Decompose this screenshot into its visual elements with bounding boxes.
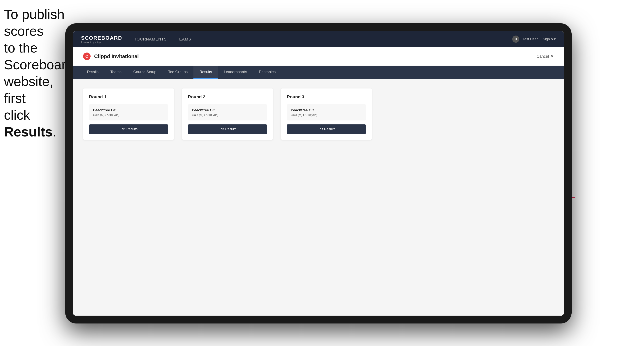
edit-results-button-3[interactable]: Edit Results bbox=[287, 124, 366, 134]
round-1-title: Round 1 bbox=[89, 94, 168, 100]
tab-teams[interactable]: Teams bbox=[104, 66, 128, 79]
round-3-title: Round 3 bbox=[287, 94, 366, 100]
tab-tee-groups[interactable]: Tee Groups bbox=[162, 66, 194, 79]
close-icon: ✕ bbox=[550, 54, 554, 59]
tablet-screen: SCOREBOARD Powered by clippd TOURNAMENTS… bbox=[73, 31, 564, 316]
tournament-title-row: C Clippd Invitational bbox=[83, 52, 139, 60]
instruction-line3: website, first bbox=[4, 74, 53, 106]
round-2-course-name: Peachtree GC bbox=[192, 108, 263, 112]
instruction-line1: To publish scores bbox=[4, 7, 64, 38]
round-3-course-name: Peachtree GC bbox=[291, 108, 362, 112]
instruction-line2: to the Scoreboard bbox=[4, 40, 74, 72]
round-card-2: Round 2 Peachtree GC Gold (M) (7010 yds)… bbox=[182, 88, 273, 140]
round-2-course-card: Peachtree GC Gold (M) (7010 yds) bbox=[188, 104, 267, 121]
instruction-results-bold: Results bbox=[4, 124, 52, 139]
scoreboard-logo: SCOREBOARD Powered by clippd bbox=[81, 35, 122, 43]
tablet-device: SCOREBOARD Powered by clippd TOURNAMENTS… bbox=[65, 23, 572, 324]
tournament-icon: C bbox=[83, 52, 90, 60]
edit-results-button-2[interactable]: Edit Results bbox=[188, 124, 267, 134]
round-1-course-details: Gold (M) (7010 yds) bbox=[93, 113, 164, 117]
tab-results[interactable]: Results bbox=[194, 66, 218, 79]
round-1-course-name: Peachtree GC bbox=[93, 108, 164, 112]
round-3-course-details: Gold (M) (7010 yds) bbox=[291, 113, 362, 117]
edit-results-button-1[interactable]: Edit Results bbox=[89, 124, 168, 134]
tab-bar: Details Teams Course Setup Tee Groups Re… bbox=[73, 66, 564, 79]
tournament-title: Clippd Invitational bbox=[94, 53, 139, 59]
round-card-3: Round 3 Peachtree GC Gold (M) (7010 yds)… bbox=[281, 88, 372, 140]
sign-out-link[interactable]: Sign out bbox=[543, 37, 556, 41]
tab-printables[interactable]: Printables bbox=[253, 66, 282, 79]
round-3-course-card: Peachtree GC Gold (M) (7010 yds) bbox=[287, 104, 366, 121]
round-2-course-details: Gold (M) (7010 yds) bbox=[192, 113, 263, 117]
tournament-header: C Clippd Invitational Cancel ✕ bbox=[73, 47, 564, 66]
user-avatar: U bbox=[512, 35, 520, 43]
round-card-1: Round 1 Peachtree GC Gold (M) (7010 yds)… bbox=[83, 88, 174, 140]
app-content: C Clippd Invitational Cancel ✕ Details T… bbox=[73, 47, 564, 316]
nav-tournaments[interactable]: TOURNAMENTS bbox=[134, 35, 167, 43]
logo-main-text: SCOREBOARD bbox=[81, 35, 122, 41]
tab-course-setup[interactable]: Course Setup bbox=[128, 66, 162, 79]
rounds-grid: Round 1 Peachtree GC Gold (M) (7010 yds)… bbox=[83, 88, 554, 140]
round-2-title: Round 2 bbox=[188, 94, 267, 100]
round-1-course-card: Peachtree GC Gold (M) (7010 yds) bbox=[89, 104, 168, 121]
tab-leaderboards[interactable]: Leaderboards bbox=[218, 66, 253, 79]
cancel-label: Cancel bbox=[536, 54, 549, 59]
instruction-line4-prefix: click bbox=[4, 107, 30, 122]
cancel-button[interactable]: Cancel ✕ bbox=[536, 54, 554, 59]
nav-teams[interactable]: TEAMS bbox=[177, 35, 191, 43]
instruction-line4-suffix: . bbox=[52, 124, 56, 139]
user-label: Test User | bbox=[522, 37, 540, 41]
nav-right: U Test User | Sign out bbox=[512, 35, 556, 43]
tab-details[interactable]: Details bbox=[81, 66, 104, 79]
results-content: Round 1 Peachtree GC Gold (M) (7010 yds)… bbox=[73, 79, 564, 316]
app-navbar: SCOREBOARD Powered by clippd TOURNAMENTS… bbox=[73, 31, 564, 47]
instruction-left: To publish scores to the Scoreboard webs… bbox=[4, 6, 67, 140]
logo-sub-text: Powered by clippd bbox=[81, 41, 122, 43]
nav-links: TOURNAMENTS TEAMS bbox=[134, 35, 512, 43]
